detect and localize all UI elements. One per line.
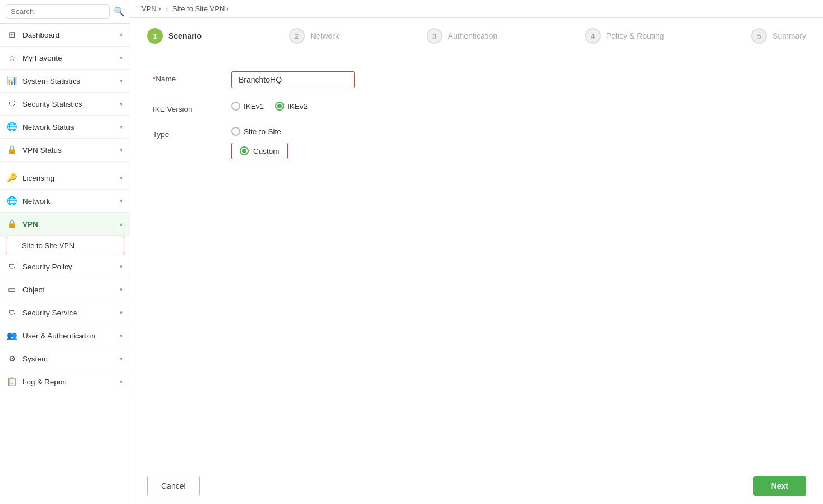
- breadcrumb-vpn[interactable]: VPN ▾: [141, 4, 161, 13]
- name-label: *Name: [153, 71, 220, 83]
- breadcrumb-separator: ›: [166, 4, 168, 13]
- sidebar: 🔍 ≡ → ⊞ Dashboard ▾ ☆ My Favorite ▾ 📊: [0, 0, 130, 504]
- main-content: VPN ▾ › Site to Site VPN ▾ 1 Scenario 2 …: [130, 0, 823, 504]
- wizard-step-1: 1 Scenario: [147, 28, 202, 44]
- sidebar-label: User & Authentication: [22, 332, 95, 340]
- sidebar-label: Network Status: [22, 123, 74, 131]
- step-circle-1: 1: [147, 28, 163, 44]
- breadcrumb-site-chevron: ▾: [226, 6, 229, 12]
- radio-circle-ikev2: [275, 102, 284, 111]
- radio-ikev1[interactable]: IKEv1: [231, 102, 264, 111]
- radio-inner-ikev2: [277, 104, 282, 108]
- chevron-down-icon: ▾: [120, 198, 123, 205]
- sidebar-item-site-to-site-vpn[interactable]: Site to Site VPN: [6, 237, 124, 254]
- sidebar-label: VPN: [22, 220, 38, 228]
- step-circle-5: 5: [751, 28, 767, 44]
- step-label-2: Network: [310, 31, 339, 40]
- vpn-icon: 🔒: [7, 219, 17, 229]
- sidebar-item-user-authentication[interactable]: 👥 User & Authentication ▾: [0, 324, 130, 347]
- sidebar-item-dashboard[interactable]: ⊞ Dashboard ▾: [0, 24, 130, 47]
- custom-option-box[interactable]: Custom: [231, 143, 288, 159]
- wizard-step-4: 4 Policy & Routing: [585, 28, 664, 44]
- radio-ikev2[interactable]: IKEv2: [275, 102, 308, 111]
- search-input[interactable]: [6, 4, 110, 19]
- type-option-site-to-site: Site-to-Site: [231, 127, 288, 136]
- chevron-down-icon: ▾: [120, 54, 123, 62]
- sidebar-item-system[interactable]: ⚙ System ▾: [0, 347, 130, 370]
- radio-circle-custom: [240, 146, 249, 155]
- step-label-5: Summary: [772, 31, 806, 40]
- step-label-1: Scenario: [168, 31, 202, 40]
- sidebar-label: VPN Status: [22, 146, 62, 154]
- sidebar-label: Network: [22, 197, 51, 205]
- sidebar-item-log-report[interactable]: 📋 Log & Report ▾: [0, 370, 130, 393]
- step-connector-2: [339, 36, 427, 36]
- name-row: *Name: [153, 71, 801, 88]
- chevron-down-icon: ▾: [120, 286, 123, 294]
- radio-site-to-site[interactable]: Site-to-Site: [231, 127, 281, 136]
- sidebar-label: Log & Report: [22, 378, 67, 386]
- breadcrumb: VPN ▾ › Site to Site VPN ▾: [130, 0, 823, 18]
- ike-version-row: IKE Version IKEv1 IKEv2: [153, 102, 801, 113]
- chevron-down-icon: ▾: [120, 31, 123, 39]
- chevron-down-icon: ▾: [120, 175, 123, 182]
- step-circle-4: 4: [585, 28, 601, 44]
- sidebar-item-vpn-status[interactable]: 🔒 VPN Status ▾: [0, 139, 130, 162]
- sidebar-item-network-status[interactable]: 🌐 Network Status ▾: [0, 116, 130, 139]
- chevron-down-icon: ▾: [120, 355, 123, 363]
- sidebar-item-network[interactable]: 🌐 Network ▾: [0, 190, 130, 213]
- step-number-1: 1: [153, 32, 157, 40]
- chevron-up-icon: ▴: [120, 221, 123, 228]
- wizard-steps: 1 Scenario 2 Network 3 Authentication 4 …: [130, 18, 823, 54]
- sidebar-label: Security Service: [22, 309, 77, 317]
- chevron-down-icon: ▾: [120, 309, 123, 317]
- step-number-3: 3: [432, 32, 436, 40]
- type-options: Site-to-Site Custom: [231, 127, 288, 159]
- licensing-icon: 🔑: [7, 173, 17, 183]
- radio-label-ikev2: IKEv2: [287, 102, 308, 111]
- step-label-3: Authentication: [448, 31, 498, 40]
- type-row: Type Site-to-Site Custom: [153, 127, 801, 159]
- log-icon: 📋: [7, 377, 17, 387]
- sidebar-item-licensing[interactable]: 🔑 Licensing ▾: [0, 167, 130, 190]
- next-button[interactable]: Next: [753, 476, 806, 496]
- breadcrumb-site-to-site-vpn[interactable]: Site to Site VPN ▾: [172, 4, 229, 13]
- wizard-step-2: 2 Network: [289, 28, 339, 44]
- sidebar-item-security-service[interactable]: 🛡 Security Service ▾: [0, 301, 130, 324]
- step-circle-2: 2: [289, 28, 305, 44]
- required-marker: *: [153, 75, 156, 83]
- breadcrumb-site-label: Site to Site VPN: [172, 4, 225, 13]
- sidebar-label: System Statistics: [22, 77, 80, 85]
- breadcrumb-vpn-chevron: ▾: [158, 6, 161, 12]
- sidebar-item-vpn[interactable]: 🔒 VPN ▴: [0, 213, 130, 236]
- ike-label: IKE Version: [153, 102, 220, 113]
- sidebar-item-security-statistics[interactable]: 🛡 Security Statistics ▾: [0, 93, 130, 116]
- user-auth-icon: 👥: [7, 331, 17, 341]
- wizard-step-3: 3 Authentication: [427, 28, 498, 44]
- sidebar-item-my-favorite[interactable]: ☆ My Favorite ▾: [0, 47, 130, 70]
- sidebar-nav: ⊞ Dashboard ▾ ☆ My Favorite ▾ 📊 System S…: [0, 24, 130, 504]
- chevron-down-icon: ▾: [120, 263, 123, 271]
- form-area: *Name IKE Version IKEv1 IKEv2: [130, 54, 823, 468]
- radio-inner-custom: [242, 149, 246, 153]
- sidebar-label: Object: [22, 286, 44, 294]
- cancel-button[interactable]: Cancel: [147, 476, 200, 496]
- type-label: Type: [153, 127, 220, 139]
- step-connector-4: [664, 36, 752, 36]
- sidebar-label: My Favorite: [22, 54, 62, 62]
- chevron-down-icon: ▾: [120, 123, 123, 131]
- name-input[interactable]: [231, 71, 355, 88]
- sidebar-label: Security Policy: [22, 263, 72, 271]
- chevron-down-icon: ▾: [120, 100, 123, 108]
- name-input-group: [231, 71, 355, 88]
- sidebar-item-system-statistics[interactable]: 📊 System Statistics ▾: [0, 70, 130, 93]
- security-service-icon: 🛡: [7, 308, 17, 318]
- step-number-2: 2: [295, 32, 299, 40]
- sidebar-item-object[interactable]: ▭ Object ▾: [0, 278, 130, 301]
- search-bar: 🔍 ≡ →: [0, 0, 130, 24]
- step-label-4: Policy & Routing: [606, 31, 664, 40]
- sidebar-label: System: [22, 355, 48, 363]
- type-option-custom: Custom: [231, 143, 288, 159]
- ike-radio-group: IKEv1 IKEv2: [231, 102, 308, 111]
- sidebar-item-security-policy[interactable]: 🛡 Security Policy ▾: [0, 255, 130, 278]
